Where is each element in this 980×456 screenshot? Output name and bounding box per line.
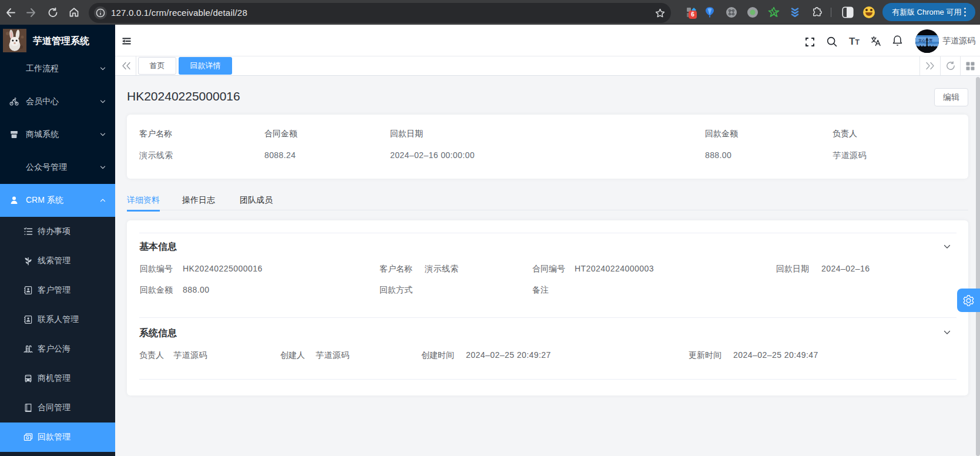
svg-text:文心一言: 文心一言 xyxy=(918,38,932,43)
